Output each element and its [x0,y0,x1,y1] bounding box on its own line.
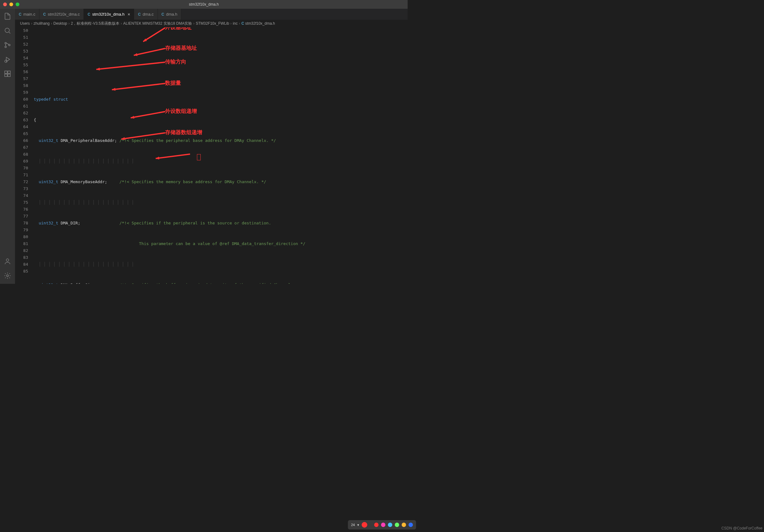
c-file-icon: C [138,12,141,17]
type: uint32_t [39,138,59,143]
breadcrumb-segment[interactable]: 2，标准例程-V3.5库函数版本 [71,21,119,26]
debug-icon[interactable] [3,55,12,64]
type: uint32_t [39,221,59,225]
comment: /*!< Specifies if the peripheral is the … [119,221,271,225]
breadcrumb-segment[interactable]: STM32F10x_FWLib [196,21,229,26]
tab-label: main.c [23,12,35,17]
breadcrumb[interactable]: Users › zhulihang › Desktop › 2，标准例程-V3.… [15,20,408,27]
svg-marker-12 [143,39,147,42]
field-name: DMA_MemoryBaseAddr; [61,179,107,184]
chevron-right-icon: › [239,21,240,26]
line-number: 82 [15,247,28,254]
svg-line-11 [143,28,165,42]
line-number: 73 [15,185,28,192]
c-file-icon: C [19,12,22,17]
chevron-right-icon: › [230,21,232,26]
chevron-right-icon: › [31,21,32,26]
scm-icon[interactable] [3,41,12,49]
line-number: 61 [15,103,28,110]
line-number: 76 [15,206,28,213]
svg-point-10 [7,275,8,276]
breadcrumb-segment[interactable]: inc [233,21,238,26]
annotation-arrow-icon [129,44,170,60]
tab-stm32f10x_dma-c[interactable]: Cstm32f10x_dma.c [39,9,84,20]
svg-rect-8 [8,74,10,77]
line-number: 50 [15,27,28,34]
svg-line-13 [134,49,165,55]
line-number: 67 [15,144,28,151]
traffic-lights [3,3,19,6]
gear-icon[interactable] [3,271,12,280]
close-icon[interactable]: × [127,12,130,17]
window-title: stm32f10x_dma.h [189,2,219,7]
tab-main-c[interactable]: Cmain.c [15,9,39,20]
line-number: 59 [15,89,28,96]
comment: /*!< Specifies the buffer size, in data … [119,282,293,284]
field-name: DMA_DIR; [61,221,80,225]
svg-point-1 [5,43,7,44]
annotation-label: 外设基地址 [165,27,192,31]
svg-line-15 [96,62,165,70]
line-number: 64 [15,123,28,130]
line-number: 53 [15,48,28,55]
line-number: 68 [15,151,28,158]
annotation-label: 存储器基地址 [165,45,197,52]
extensions-icon[interactable] [3,70,12,78]
account-icon[interactable] [3,257,12,266]
annotation-label: 外设数组递增 [165,108,197,115]
line-number: 85 [15,268,28,275]
tab-dma-h[interactable]: Cdma.h [158,9,182,20]
svg-point-2 [5,46,7,48]
annotation-arrow-icon [92,58,170,74]
code-area[interactable]: 外设基地址存储器基地址传输方向数据量外设数组递增存储器数组递增 typedef … [34,27,408,284]
search-icon[interactable] [3,26,12,35]
line-number: 65 [15,130,28,137]
tab-label: stm32f10x_dma.c [48,12,80,17]
line-number: 78 [15,220,28,227]
tab-stm32f10x_dma-h[interactable]: Cstm32f10x_dma.h× [84,9,134,20]
line-number: 84 [15,261,28,268]
minimize-window[interactable] [9,3,13,6]
explorer-icon[interactable] [3,12,12,21]
svg-line-17 [112,84,165,90]
breadcrumb-segment[interactable]: ALIENTEK MINISTM32 实验18 DMA实验 [123,21,192,26]
type: uint32_t [39,179,59,184]
c-file-icon: C [88,12,90,17]
svg-point-9 [6,259,9,261]
annotation-arrow-icon [138,27,170,46]
line-number: 54 [15,55,28,62]
line-number: 56 [15,69,28,75]
comment: /*!< Specifies the peripheral base addre… [119,138,276,143]
line-number: 51 [15,34,28,41]
line-number: 77 [15,213,28,220]
svg-marker-16 [96,68,100,70]
line-number: 60 [15,96,28,103]
breadcrumb-segment[interactable]: zhulihang [34,21,49,26]
tab-label: dma.c [142,12,153,17]
tab-dma-c[interactable]: Cdma.c [134,9,157,20]
breadcrumb-segment[interactable]: Desktop [54,21,67,26]
chevron-right-icon: › [69,21,70,26]
line-number: 58 [15,82,28,89]
line-number: 83 [15,254,28,261]
chevron-right-icon: › [51,21,52,26]
field-name: DMA_BufferSize; [61,282,97,284]
comment: /*!< Specifies the memory base address f… [119,179,266,184]
maximize-window[interactable] [16,3,19,6]
editor[interactable]: 5051525354555657585960616263646566676869… [15,27,408,284]
annotation-label: 数据量 [165,80,181,87]
titlebar: stm32f10x_dma.h [0,0,408,9]
line-number: 52 [15,41,28,48]
chevron-right-icon: › [121,21,122,26]
close-window[interactable] [3,3,7,6]
svg-marker-14 [134,53,137,56]
type: uint32_t [39,282,59,284]
line-number: 79 [15,227,28,234]
breadcrumb-segment[interactable]: Users [20,21,30,26]
brace-open: { [34,117,36,122]
keyword-typedef: typedef [34,97,51,101]
line-number: 57 [15,75,28,82]
breadcrumb-file[interactable]: C stm32f10x_dma.h [241,21,275,26]
c-file-icon: C [241,21,244,26]
c-file-icon: C [162,12,164,17]
